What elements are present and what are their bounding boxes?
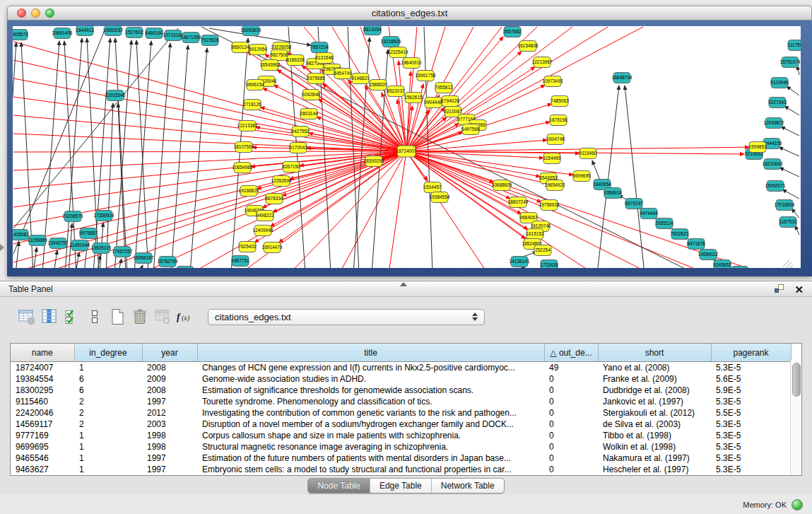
graph-node[interactable]: 11451944 bbox=[70, 240, 90, 251]
graph-node[interactable]: 12325419 bbox=[388, 47, 408, 58]
graph-node[interactable]: 1435081 bbox=[13, 230, 29, 240]
table-row[interactable]: 1456911722003Disruption of a novel membe… bbox=[11, 419, 791, 430]
graph-node[interactable]: 9827506 bbox=[270, 50, 288, 61]
graph-node[interactable]: 9146821 bbox=[351, 74, 370, 84]
graph-node[interactable]: 7485063 bbox=[551, 96, 569, 107]
graph-node[interactable]: 7632621 bbox=[671, 229, 689, 240]
graph-node[interactable]: 1117504 bbox=[788, 40, 801, 51]
graph-node[interactable]: 1562615 bbox=[404, 93, 423, 103]
graph-node[interactable]: 10654985 bbox=[233, 163, 253, 173]
column-header-name[interactable]: name bbox=[11, 344, 74, 362]
graph-node[interactable]: 16543962 bbox=[260, 60, 281, 71]
graph-node[interactable]: 9358924 bbox=[604, 188, 622, 199]
graph-node[interactable]: 2718126 bbox=[243, 100, 261, 110]
graph-node[interactable]: 1405573 bbox=[13, 30, 28, 40]
table-panel-titlebar[interactable]: Table Panel ✕ bbox=[0, 281, 812, 297]
graph-node[interactable]: 8186328 bbox=[286, 55, 305, 66]
graph-node[interactable]: 1534457 bbox=[423, 182, 442, 193]
table-row[interactable]: 911546021997Tourette syndrome. Phenomeno… bbox=[11, 396, 791, 407]
graph-node[interactable]: 18107554 bbox=[234, 142, 254, 153]
tab-edge-table[interactable]: Edge Table bbox=[370, 479, 431, 493]
graph-node[interactable]: 12409948 bbox=[253, 226, 273, 236]
graph-node[interactable]: 8170043 bbox=[289, 143, 307, 153]
graph-node[interactable]: 9129946 bbox=[770, 78, 789, 88]
graph-node[interactable]: 1733426 bbox=[540, 260, 558, 269]
graph-node[interactable]: 6466160 bbox=[145, 28, 163, 39]
graph-node[interactable]: 9375685 bbox=[307, 74, 325, 84]
column-header-year[interactable]: year bbox=[142, 344, 197, 362]
graph-node[interactable]: 10654112 bbox=[698, 250, 719, 260]
graph-node[interactable]: 9131546 bbox=[315, 53, 334, 64]
window-minimize-button[interactable] bbox=[31, 8, 40, 18]
graph-node[interactable]: 9474444 bbox=[640, 209, 658, 219]
new-table-icon[interactable] bbox=[106, 306, 129, 327]
column-header-short[interactable]: short bbox=[598, 344, 711, 362]
graph-node[interactable]: 17957257 bbox=[112, 247, 133, 257]
column-select-icon[interactable] bbox=[38, 306, 61, 327]
graph-node[interactable]: 6497568 bbox=[461, 124, 480, 135]
graph-node[interactable]: 9975887 bbox=[79, 228, 98, 239]
graph-node[interactable]: 8678334 bbox=[265, 194, 283, 204]
graph-node[interactable]: 18640910 bbox=[401, 58, 422, 69]
graph-node[interactable]: 6679197 bbox=[625, 199, 643, 209]
network-graph[interactable]: 1405573206914061644913106532871527602646… bbox=[13, 26, 801, 268]
graph-node[interactable]: 7955812 bbox=[435, 83, 453, 93]
network-window-titlebar[interactable]: citations_edges.txt bbox=[7, 6, 812, 21]
table-row[interactable]: 1938455462009Genome-wide association stu… bbox=[11, 373, 791, 385]
graph-node[interactable]: 12093872 bbox=[764, 118, 784, 129]
graph-node[interactable]: 1588520 bbox=[369, 80, 387, 90]
table-row[interactable]: 969969511998Structural magnetic resonanc… bbox=[11, 441, 791, 452]
delete-trash-icon[interactable] bbox=[129, 306, 151, 327]
graph-node[interactable]: 13505115 bbox=[91, 243, 112, 254]
window-close-button[interactable] bbox=[17, 8, 26, 18]
graph-node[interactable]: 11156889 bbox=[28, 235, 47, 246]
graph-node[interactable]: 13942757 bbox=[48, 238, 69, 249]
tab-node-table[interactable]: Node Table bbox=[308, 479, 370, 493]
graph-node[interactable]: 18300295 bbox=[364, 156, 384, 167]
graph-node[interactable]: 17359924 bbox=[94, 211, 114, 221]
graph-node[interactable]: 12353594 bbox=[271, 176, 292, 187]
graph-node[interactable]: 8522037 bbox=[387, 86, 405, 97]
close-panel-icon[interactable]: ✕ bbox=[794, 284, 804, 296]
node-table-grid[interactable]: namein_degreeyeartitle△ out_de...shortpa… bbox=[11, 344, 792, 475]
graph-node[interactable]: 14136141 bbox=[510, 257, 530, 267]
graph-node[interactable]: 16782759 bbox=[158, 257, 178, 267]
graph-node[interactable]: 8660124 bbox=[231, 42, 249, 53]
graph-node[interactable]: 16961758 bbox=[416, 71, 436, 81]
graph-node[interactable]: 19654923 bbox=[545, 180, 565, 191]
graph-node[interactable]: 8454749 bbox=[334, 69, 352, 79]
column-header-pagerank[interactable]: pagerank bbox=[711, 344, 791, 362]
function-builder-icon[interactable]: f (x) bbox=[174, 306, 196, 327]
graph-node[interactable]: 17016504 bbox=[775, 200, 795, 211]
graph-node[interactable]: 2657682 bbox=[503, 27, 522, 37]
table-row[interactable]: 946362711997Embryonic stem cells: a mode… bbox=[11, 464, 791, 475]
graph-node[interactable]: 14671358 bbox=[181, 33, 201, 43]
graph-node[interactable]: 1599853 bbox=[748, 142, 767, 153]
graph-node[interactable]: 19218506 bbox=[381, 37, 401, 47]
graph-node[interactable]: 9450412 bbox=[731, 267, 749, 269]
graph-node[interactable]: 19384554 bbox=[430, 192, 450, 203]
graph-node[interactable]: 1644913 bbox=[76, 26, 94, 36]
window-zoom-button[interactable] bbox=[45, 8, 54, 18]
graph-node[interactable]: 1187533 bbox=[779, 217, 797, 228]
graph-node[interactable]: 15992071 bbox=[765, 181, 786, 192]
graph-node[interactable]: 6794028 bbox=[441, 96, 459, 107]
graph-node[interactable]: 16053809 bbox=[241, 26, 261, 36]
row-cells-icon[interactable] bbox=[83, 306, 106, 327]
graph-node[interactable]: 7857224 bbox=[310, 42, 329, 53]
graph-node[interactable]: 1154469 bbox=[543, 153, 561, 164]
graph-node[interactable]: 20691406 bbox=[52, 28, 73, 39]
table-row[interactable]: 2242004622012Investigating the contribut… bbox=[11, 407, 791, 419]
graph-node[interactable]: 1527602 bbox=[125, 28, 143, 38]
graph-node[interactable]: 16210643 bbox=[763, 159, 783, 170]
column-header-in_degree[interactable]: in_degree bbox=[74, 344, 142, 362]
table-row[interactable]: 977716911998Corpus callosum shape and si… bbox=[11, 430, 791, 441]
table-row[interactable]: 946554611997Estimation of the future num… bbox=[11, 452, 791, 464]
table-row[interactable]: 1872400712008Changes of HCN gene express… bbox=[11, 362, 791, 374]
hidden-panel-handle[interactable] bbox=[0, 244, 4, 251]
vertical-scrollbar[interactable] bbox=[790, 361, 801, 475]
table-row[interactable]: 1830029562008Estimation of significance … bbox=[11, 385, 791, 396]
graph-node[interactable]: 9904448 bbox=[424, 98, 442, 108]
graph-node[interactable]: 21015346 bbox=[105, 90, 126, 101]
graph-node[interactable]: 9896154 bbox=[246, 80, 264, 90]
